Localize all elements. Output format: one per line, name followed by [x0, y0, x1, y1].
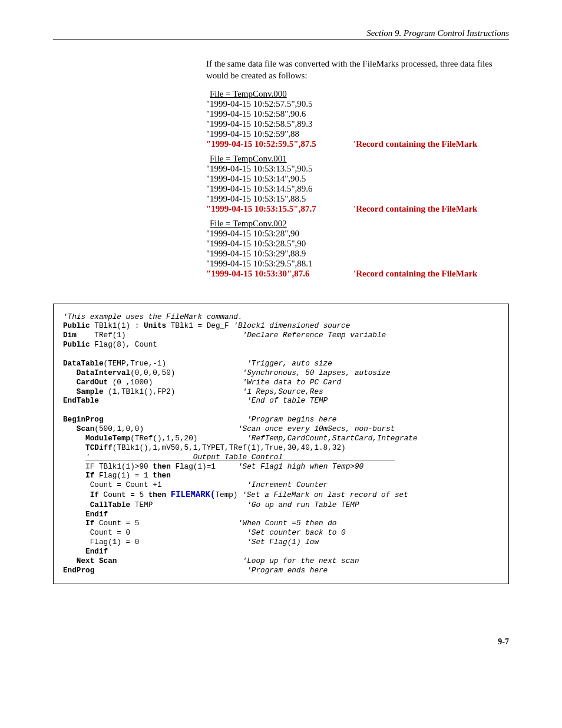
data-row: "1999-04-15 10:53:14.5",89.6	[206, 184, 509, 194]
code-comment: 'Declare Reference Temp variable	[243, 331, 386, 340]
keyword: then	[153, 471, 170, 480]
data-row: "1999-04-15 10:53:13.5",90.5	[206, 164, 509, 174]
section-header: Section 9. Program Control Instructions	[53, 28, 509, 40]
code-text: Count = 0	[90, 528, 247, 537]
keyword: Scan	[77, 424, 94, 433]
code-text: (1,TBlk1(),FP2)	[104, 387, 243, 396]
code-comment: 'Synchronous, 50 lapses, autosize	[243, 368, 391, 377]
file-block-0: File = TempConv.000 "1999-04-15 10:52:57…	[206, 89, 509, 149]
keyword: Public	[63, 340, 90, 349]
code-comment: 'Block1 dimensioned source	[233, 321, 350, 330]
code-comment: '1 Reps,Source,Res	[243, 387, 323, 396]
code-text	[63, 528, 90, 537]
code-comment: 'Program begins here	[247, 415, 336, 424]
keyword: Endif	[85, 547, 108, 556]
filemark-row: "1999-04-15 10:52:59.5",87.5 'Record con…	[206, 139, 509, 149]
filemark-label: 'Record containing the FileMark	[353, 269, 509, 279]
keyword: DataInterval	[77, 368, 130, 377]
code-text	[63, 547, 85, 556]
code-text: Count = 5	[94, 519, 238, 528]
code-text: Count = Count +1	[90, 480, 247, 489]
code-text	[63, 368, 77, 377]
intro-paragraph: If the same data file was converted with…	[206, 58, 509, 82]
file-block-1: File = TempConv.001 "1999-04-15 10:53:13…	[206, 154, 509, 214]
code-text: TBlk1(1)>90	[94, 462, 153, 471]
filemark-data: "1999-04-15 10:53:30",87.6	[206, 269, 353, 279]
code-comment: 'Set Flag1 high when Temp>90	[238, 462, 363, 471]
code-comment: 'Increment Counter	[247, 480, 328, 489]
code-text: Count = 5	[99, 490, 148, 499]
keyword: DataTable	[63, 359, 104, 368]
filemark-row: "1999-04-15 10:53:15.5",87.7 'Record con…	[206, 204, 509, 214]
keyword: IF	[85, 462, 94, 471]
code-comment: 'Set a FileMark on last record of set	[242, 490, 408, 499]
code-text: TBlk1(1) :	[90, 321, 144, 330]
code-comment: 'Set counter back to 0	[247, 528, 346, 537]
code-comment: 'RefTemp,CardCount,StartCard,Integrate	[247, 434, 417, 443]
data-row: "1999-04-15 10:53:29.5",88.1	[206, 259, 509, 269]
code-text	[63, 471, 85, 480]
keyword: then	[148, 490, 166, 499]
code-comment: 'Set Flag(1) low	[247, 538, 319, 546]
data-row: "1999-04-15 10:53:29",88.9	[206, 249, 509, 259]
data-row: "1999-04-15 10:53:15",88.5	[206, 194, 509, 204]
code-text: (TRef(),1,5,20)	[130, 434, 247, 443]
code-text: TEMP	[130, 500, 247, 509]
code-listing: 'This example uses the FileMark command.…	[53, 304, 509, 584]
code-text	[63, 490, 90, 499]
code-text: TBlk1 = Deg_F	[166, 321, 233, 330]
filemark-data: "1999-04-15 10:53:15.5",87.7	[206, 204, 353, 214]
keyword: Dim	[63, 331, 77, 340]
code-text: Flag(1) = 1	[94, 471, 153, 480]
code-text	[166, 490, 171, 499]
code-text	[63, 387, 77, 396]
keyword: Endif	[85, 510, 108, 519]
code-text	[104, 415, 247, 424]
keyword: TCDiff	[85, 443, 113, 452]
keyword: ModuleTemp	[85, 434, 130, 443]
code-text	[63, 556, 77, 565]
keyword: then	[153, 462, 170, 471]
highlight-filemark: FILEMARK(	[171, 490, 216, 499]
page-number: 9-7	[53, 637, 509, 647]
code-comment: 'This example uses the FileMark command.	[63, 312, 243, 321]
data-row: "1999-04-15 10:52:58.5",89.3	[206, 119, 509, 129]
keyword: CardOut	[77, 378, 108, 387]
keyword: Units	[144, 321, 166, 330]
filemark-label: 'Record containing the FileMark	[353, 139, 509, 149]
code-text: Temp)	[215, 490, 242, 499]
data-row: "1999-04-15 10:52:58",90.6	[206, 109, 509, 119]
code-text	[94, 566, 247, 575]
code-text: Flag(8), Count	[90, 340, 157, 349]
file-title: File = TempConv.002	[210, 219, 509, 229]
code-comment: '______________________ Output Table Con…	[85, 453, 395, 462]
code-text	[63, 480, 90, 489]
code-text	[63, 510, 85, 519]
code-text	[117, 556, 242, 565]
keyword: If	[85, 471, 94, 480]
code-comment: 'Trigger, auto size	[247, 359, 332, 368]
code-text: (TEMP,True,-1)	[104, 359, 247, 368]
code-text: (500,1,0,0)	[94, 424, 238, 433]
code-text	[63, 462, 85, 471]
data-row: "1999-04-15 10:53:28",90	[206, 229, 509, 239]
code-text: (0 ,1000)	[108, 378, 242, 387]
code-text	[63, 424, 77, 433]
filemark-row: "1999-04-15 10:53:30",87.6 'Record conta…	[206, 269, 509, 279]
code-text	[63, 519, 85, 528]
file-title: File = TempConv.001	[210, 154, 509, 164]
filemark-data: "1999-04-15 10:52:59.5",87.5	[206, 139, 353, 149]
keyword: Next Scan	[77, 556, 117, 565]
code-comment: 'End of table TEMP	[247, 396, 328, 405]
keyword: EndTable	[63, 396, 99, 405]
body-column: If the same data file was converted with…	[206, 58, 509, 279]
data-row: "1999-04-15 10:52:57.5",90.5	[206, 99, 509, 109]
code-comment: 'When Count =5 then do	[238, 519, 337, 528]
keyword: CallTable	[90, 500, 131, 509]
data-row: "1999-04-15 10:52:59",88	[206, 129, 509, 139]
code-text	[63, 378, 77, 387]
keyword: Sample	[77, 387, 104, 396]
keyword: If	[90, 490, 99, 499]
code-comment: 'Write data to PC Card	[243, 378, 342, 387]
code-text	[63, 443, 85, 452]
